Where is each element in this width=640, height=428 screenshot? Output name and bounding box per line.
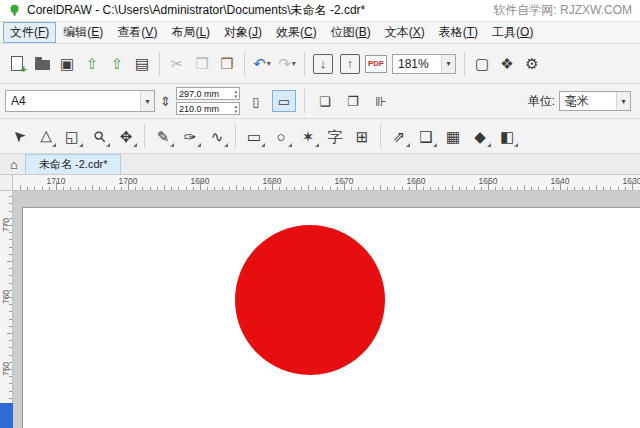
spinner-down-icon[interactable]: ▾ bbox=[234, 94, 237, 99]
page-height-field[interactable]: 210.0 mm ▴▾ bbox=[176, 102, 240, 115]
ruler-tick bbox=[387, 187, 388, 190]
redo-button: ↷▾ bbox=[275, 52, 299, 76]
horizontal-ruler[interactable]: 171017001690168016701660165016401630 bbox=[13, 175, 640, 190]
drawing-scale-icon: ⊪ bbox=[375, 94, 386, 109]
freehand-tool[interactable]: ✎ bbox=[150, 123, 176, 149]
zoom-tool[interactable]: ⚲ bbox=[86, 123, 112, 149]
width-spinner[interactable]: ▴▾ bbox=[234, 89, 237, 99]
chevron-down-icon[interactable]: ▾ bbox=[267, 59, 271, 68]
document-tab[interactable]: 未命名 -2.cdr* bbox=[25, 154, 121, 174]
eyedropper-tool[interactable]: ◆ bbox=[467, 123, 493, 149]
home-button[interactable]: ⌂ bbox=[3, 154, 25, 174]
eyedropper-tool-icon: ◆ bbox=[474, 129, 486, 144]
ruler-tick bbox=[42, 187, 43, 190]
pick-tool[interactable]: ➤ bbox=[5, 123, 31, 149]
menu-item-V[interactable]: 查看(V) bbox=[110, 22, 164, 43]
drop-shadow-tool[interactable]: ❑ bbox=[413, 123, 439, 149]
all-pages-button[interactable]: ❏ bbox=[313, 90, 337, 112]
ruler-tick bbox=[380, 185, 381, 190]
ellipse-tool[interactable]: ○ bbox=[268, 123, 294, 149]
menu-item-F[interactable]: 文件(F) bbox=[3, 22, 56, 43]
units-value: 毫米 bbox=[560, 93, 616, 110]
workspace: 770760750 bbox=[0, 191, 640, 428]
rectangle-tool[interactable]: ▭ bbox=[241, 123, 267, 149]
menu-item-B[interactable]: 位图(B) bbox=[324, 22, 378, 43]
ruler-tick bbox=[9, 376, 12, 377]
units-combo[interactable]: 毫米 ▾ bbox=[559, 91, 631, 111]
ruler-origin-corner[interactable] bbox=[0, 175, 13, 190]
ruler-tick bbox=[272, 181, 273, 190]
chevron-down-icon[interactable]: ▾ bbox=[140, 91, 154, 111]
facing-pages-icon: ❐ bbox=[347, 94, 359, 109]
pan-tool[interactable]: ✥ bbox=[113, 123, 139, 149]
full-screen-preview-button[interactable]: ▢ bbox=[470, 52, 494, 76]
transparency-tool-icon: ▦ bbox=[446, 129, 460, 144]
menu-item-L[interactable]: 布局(L) bbox=[164, 22, 217, 43]
options-button[interactable]: ⚙ bbox=[520, 52, 544, 76]
dimension-tool[interactable]: ⇗ bbox=[386, 123, 412, 149]
chevron-down-icon[interactable]: ▾ bbox=[292, 59, 296, 68]
undo-button[interactable]: ↶▾ bbox=[250, 52, 274, 76]
open-button[interactable] bbox=[30, 52, 54, 76]
ruler-tick bbox=[222, 187, 223, 190]
facing-pages-button[interactable]: ❐ bbox=[341, 90, 365, 112]
transparency-tool[interactable]: ▦ bbox=[440, 123, 466, 149]
ruler-tick bbox=[150, 187, 151, 190]
coreldraw-window: CorelDRAW - C:\Users\Administrator\Docum… bbox=[0, 0, 640, 428]
new-document-button[interactable]: + bbox=[5, 52, 29, 76]
blue-fragment bbox=[0, 403, 13, 428]
vertical-ruler[interactable]: 770760750 bbox=[0, 191, 13, 428]
ruler-tick bbox=[430, 187, 431, 190]
menu-item-C[interactable]: 效果(C) bbox=[269, 22, 324, 43]
open-from-cloud-icon: ⇧ bbox=[86, 56, 99, 71]
shape-tool[interactable]: ▷ bbox=[32, 123, 58, 149]
print-button[interactable]: ▤ bbox=[130, 52, 154, 76]
ruler-tick bbox=[524, 185, 525, 190]
text-tool[interactable]: 字 bbox=[322, 123, 348, 149]
drawing-scale-button[interactable]: ⊪ bbox=[369, 90, 393, 112]
height-spinner[interactable]: ▴▾ bbox=[234, 104, 237, 114]
export-button[interactable]: ↑ bbox=[340, 54, 360, 74]
portrait-button[interactable]: ▯ bbox=[244, 90, 268, 112]
ruler-tick bbox=[9, 268, 12, 269]
page-width-field[interactable]: 297.0 mm ▴▾ bbox=[176, 87, 240, 100]
save-to-cloud-button[interactable]: ⇧ bbox=[105, 52, 129, 76]
menu-item-J[interactable]: 对象(J) bbox=[217, 22, 269, 43]
toolbar-separator bbox=[235, 124, 236, 148]
zoom-level-value: 181% bbox=[393, 57, 441, 71]
artistic-media-tool[interactable]: ✑ bbox=[177, 123, 203, 149]
chevron-down-icon[interactable]: ▾ bbox=[616, 92, 630, 110]
ruler-tick bbox=[589, 187, 590, 190]
ruler-tick bbox=[85, 187, 86, 190]
menu-item-X[interactable]: 文本(X) bbox=[378, 22, 432, 43]
crop-tool[interactable]: ◱ bbox=[59, 123, 85, 149]
table-tool[interactable]: ⊞ bbox=[349, 123, 375, 149]
ruler-tick bbox=[171, 187, 172, 190]
publish-to-pdf-button[interactable]: PDF bbox=[364, 52, 388, 76]
ruler-tick bbox=[9, 232, 12, 233]
ruler-tick bbox=[9, 398, 12, 399]
ruler-tick bbox=[459, 187, 460, 190]
zoom-level-combo[interactable]: 181%▾ bbox=[392, 54, 456, 74]
ruler-tick bbox=[258, 187, 259, 190]
ruler-row: 171017001690168016701660165016401630 bbox=[0, 175, 640, 191]
freehand-tool-icon: ✎ bbox=[157, 129, 170, 144]
open-from-cloud-button[interactable]: ⇧ bbox=[80, 52, 104, 76]
landscape-button[interactable]: ▭ bbox=[272, 90, 296, 112]
page-size-combo[interactable]: A4 ▾ bbox=[5, 90, 155, 112]
spinner-down-icon[interactable]: ▾ bbox=[234, 109, 237, 114]
polygon-tool[interactable]: ✶ bbox=[295, 123, 321, 149]
interactive-fill-tool[interactable]: ◧ bbox=[494, 123, 520, 149]
canvas[interactable] bbox=[13, 191, 640, 428]
save-button[interactable]: ▣ bbox=[55, 52, 79, 76]
window-layout-button[interactable]: ❖ bbox=[495, 52, 519, 76]
ruler-tick bbox=[9, 275, 12, 276]
import-button[interactable]: ↓ bbox=[313, 54, 333, 74]
paste-button[interactable]: ❒ bbox=[215, 52, 239, 76]
menu-item-O[interactable]: 工具(O) bbox=[485, 22, 540, 43]
bezier-tool[interactable]: ∿ bbox=[204, 123, 230, 149]
menu-item-E[interactable]: 编辑(E) bbox=[56, 22, 110, 43]
page-shape-circle[interactable] bbox=[235, 225, 385, 375]
menu-item-T[interactable]: 表格(T) bbox=[432, 22, 485, 43]
chevron-down-icon[interactable]: ▾ bbox=[441, 55, 455, 73]
